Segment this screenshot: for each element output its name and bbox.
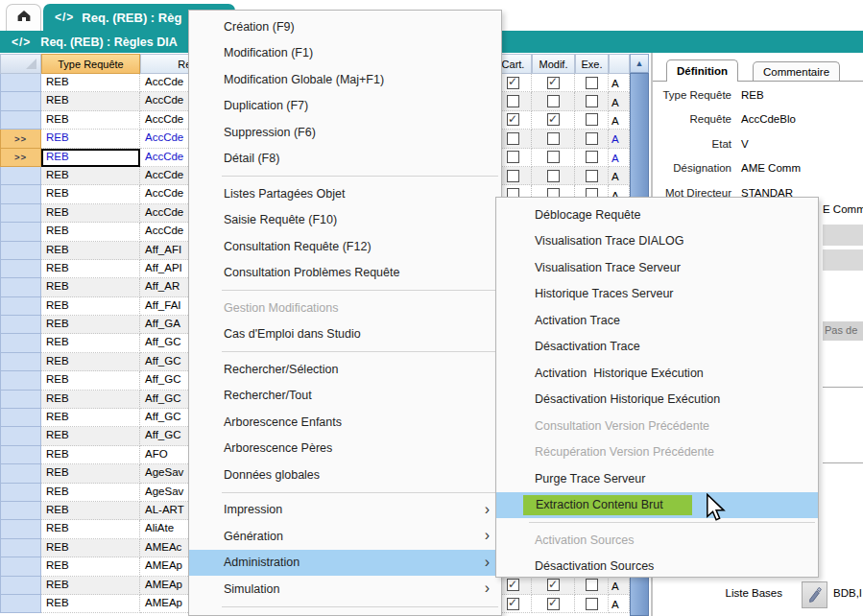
- menu-item-arborescence-p-res[interactable]: Arborescence Pères: [189, 436, 501, 462]
- column-header-modif[interactable]: Modif.: [532, 54, 575, 74]
- menu-item-listes-partag-es-objet[interactable]: Listes Partagées Objet: [189, 180, 501, 207]
- column-header-exe[interactable]: Exe.: [575, 54, 609, 74]
- tab-definition[interactable]: Définition: [666, 59, 738, 82]
- tab-commentaire[interactable]: Commentaire: [753, 61, 840, 82]
- modif-checkbox[interactable]: [547, 95, 560, 107]
- row-selector-cell[interactable]: [0, 316, 41, 334]
- cell-type[interactable]: REB: [41, 409, 140, 427]
- cell-type[interactable]: REB: [41, 242, 140, 260]
- submenu-item-activation-historique-ex-cution[interactable]: Activation Historique Exécution: [496, 360, 818, 387]
- row-selector-cell[interactable]: [0, 464, 41, 483]
- menu-item-modification-globale-maj-f1[interactable]: Modification Globale (Maj+F1): [189, 66, 501, 93]
- menu-item-saisie-requ-te-f10[interactable]: Saisie Requête (F10): [189, 207, 501, 234]
- home-tab[interactable]: [6, 4, 41, 31]
- row-selector-cell[interactable]: [0, 223, 41, 241]
- exe-checkbox[interactable]: [586, 579, 598, 591]
- modif-checkbox[interactable]: [547, 151, 560, 163]
- menu-item-modification-f1[interactable]: Modification (F1): [189, 40, 501, 67]
- cell-type[interactable]: REB: [41, 391, 140, 409]
- row-selector-cell[interactable]: [0, 520, 41, 538]
- cell-type[interactable]: REB: [41, 353, 140, 371]
- row-selector-cell[interactable]: [0, 427, 41, 445]
- liste-bases-button[interactable]: [802, 581, 827, 608]
- row-selector-cell[interactable]: [0, 278, 41, 296]
- cell-type[interactable]: REB: [41, 204, 140, 223]
- focused-cell-type[interactable]: REB: [41, 149, 140, 167]
- menu-item-consultation-probl-mes-requ-te[interactable]: Consultation Problèmes Requête: [189, 260, 501, 287]
- submenu-item-visualisation-trace-serveur[interactable]: Visualisation Trace Serveur: [496, 254, 818, 281]
- cell-type[interactable]: REB: [41, 278, 140, 296]
- exe-checkbox[interactable]: [586, 77, 598, 89]
- cell-type[interactable]: REB: [41, 111, 140, 130]
- cell-type[interactable]: REB: [41, 297, 140, 316]
- menu-item-administration[interactable]: Administration: [189, 550, 501, 577]
- row-selector-cell[interactable]: [0, 167, 41, 185]
- menu-item-consultation-requ-te-f12[interactable]: Consultation Requête (F12): [189, 233, 501, 260]
- modif-checkbox[interactable]: [547, 170, 560, 182]
- row-selector-cell[interactable]: [0, 484, 41, 502]
- column-header-type-requete[interactable]: Type Requête: [41, 54, 140, 74]
- row-selector-cell[interactable]: [0, 353, 41, 371]
- cell-type[interactable]: REB: [41, 539, 140, 557]
- cell-type[interactable]: REB: [41, 92, 140, 110]
- cell-type[interactable]: REB: [41, 371, 140, 390]
- submenu-item-d-sactivation-sources[interactable]: Désactivation Sources: [496, 554, 818, 580]
- cell-type[interactable]: REB: [41, 446, 140, 464]
- cart-checkbox[interactable]: [507, 598, 519, 610]
- row-selector-cell[interactable]: [0, 334, 41, 352]
- menu-item-d-tail-f8[interactable]: Détail (F8): [189, 146, 501, 173]
- row-selector-cell[interactable]: [0, 446, 41, 464]
- cell-type[interactable]: REB: [41, 167, 140, 185]
- row-selector-cell[interactable]: [0, 409, 41, 427]
- menu-item-impression[interactable]: Impression: [189, 497, 501, 524]
- cell-type[interactable]: REB: [41, 557, 140, 576]
- menu-item-cas-d-emploi-dans-studio[interactable]: Cas d'Emploi dans Studio: [189, 321, 501, 348]
- modif-checkbox[interactable]: [547, 579, 560, 591]
- row-selector-cell[interactable]: [0, 391, 41, 409]
- row-selector-cell[interactable]: [0, 371, 41, 390]
- cart-checkbox[interactable]: [507, 113, 519, 126]
- row-selector-cell[interactable]: >>: [0, 149, 41, 167]
- exe-checkbox[interactable]: [586, 113, 598, 126]
- row-selector-cell[interactable]: [0, 204, 41, 223]
- cell-type[interactable]: REB: [41, 520, 140, 538]
- submenu-item-d-sactivation-historique-ex-cution[interactable]: Désactivation Historique Exécution: [496, 387, 818, 414]
- cell-type[interactable]: REB: [41, 577, 140, 595]
- modif-checkbox[interactable]: [547, 77, 560, 89]
- modif-checkbox[interactable]: [547, 132, 560, 145]
- exe-checkbox[interactable]: [586, 151, 598, 163]
- row-selector-cell[interactable]: [0, 74, 41, 92]
- row-selector-cell[interactable]: [0, 242, 41, 260]
- row-selector-cell[interactable]: [0, 111, 41, 130]
- row-selector-cell[interactable]: [0, 260, 41, 278]
- submenu-item-historique-traces-serveur[interactable]: Historique Traces Serveur: [496, 281, 818, 308]
- cell-type[interactable]: REB: [41, 427, 140, 445]
- row-selector-cell[interactable]: [0, 557, 41, 576]
- exe-checkbox[interactable]: [586, 170, 598, 182]
- exe-checkbox[interactable]: [586, 598, 598, 610]
- menu-item-rechercher-s-lection[interactable]: Rechercher/Sélection: [189, 356, 501, 383]
- cell-type[interactable]: REB: [41, 334, 140, 352]
- menu-item-simulation[interactable]: Simulation: [189, 576, 501, 603]
- submenu-item-activation-trace[interactable]: Activation Trace: [496, 307, 818, 334]
- exe-checkbox[interactable]: [586, 132, 598, 145]
- row-selector-cell[interactable]: [0, 577, 41, 595]
- row-selector-cell[interactable]: [0, 539, 41, 557]
- row-selector-cell[interactable]: [0, 297, 41, 316]
- modif-checkbox[interactable]: [547, 113, 560, 126]
- submenu-item-visualisation-trace-dialog[interactable]: Visualisation Trace DIALOG: [496, 228, 818, 255]
- cell-type[interactable]: REB: [41, 502, 140, 520]
- submenu-item-extraction-contenu-brut[interactable]: Extraction Contenu Brut: [496, 492, 818, 519]
- cart-checkbox[interactable]: [507, 579, 519, 591]
- cart-checkbox[interactable]: [507, 77, 519, 89]
- menu-item-cr-ation-f9[interactable]: Création (F9): [189, 13, 501, 40]
- exe-checkbox[interactable]: [586, 95, 598, 107]
- cart-checkbox[interactable]: [507, 95, 519, 107]
- modif-checkbox[interactable]: [547, 598, 560, 610]
- cell-type[interactable]: REB: [41, 595, 140, 613]
- cell-type[interactable]: REB: [41, 130, 140, 148]
- row-selector-cell[interactable]: [0, 502, 41, 520]
- menu-item-suppression-f6[interactable]: Suppression (F6): [189, 119, 501, 146]
- submenu-item-purge-trace-serveur[interactable]: Purge Trace Serveur: [496, 465, 818, 492]
- cart-checkbox[interactable]: [507, 151, 519, 163]
